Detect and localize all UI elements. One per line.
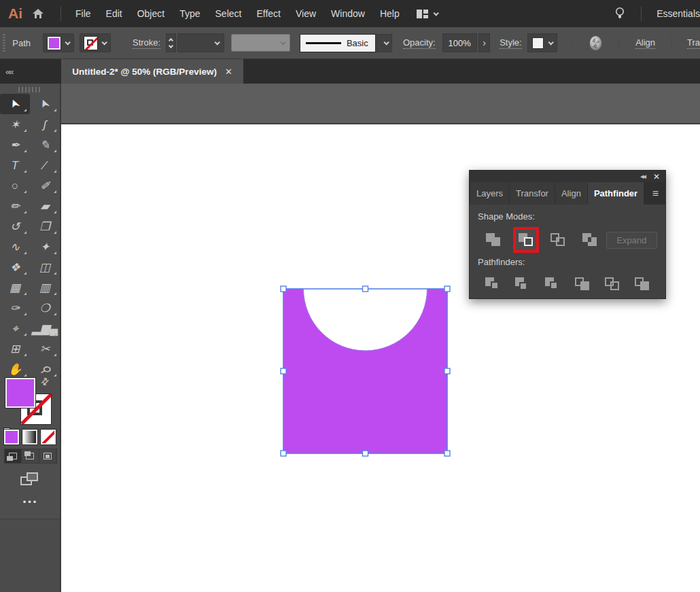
panel-header: ◂◂ ✕ (470, 171, 665, 182)
menu-file[interactable]: File (68, 8, 99, 19)
slot-merge (538, 277, 567, 292)
tool-selection[interactable]: ➤ (0, 94, 30, 114)
stroke-color-button[interactable] (80, 33, 111, 52)
tool-width[interactable]: ∿ (0, 237, 30, 257)
pathfinder-divide-button[interactable] (485, 277, 501, 292)
opacity-more-button[interactable]: › (478, 33, 490, 52)
draw-normal-button[interactable] (5, 449, 22, 463)
tool-blend[interactable]: ❍ (30, 298, 60, 318)
shape-mode-unite-button[interactable] (486, 233, 502, 247)
menu-window[interactable]: Window (323, 8, 372, 19)
stroke-label[interactable]: Stroke: (133, 37, 160, 49)
selected-shape[interactable] (283, 289, 447, 453)
tool-eyedropper[interactable]: ✑ (0, 298, 30, 318)
tool-type[interactable]: T (0, 155, 30, 175)
shape-mode-minus-front-button[interactable] (519, 233, 534, 247)
edit-toolbar-button[interactable]: ••• (0, 497, 61, 507)
color-button[interactable] (4, 430, 19, 445)
workspace-switcher[interactable]: Essentials (648, 8, 700, 19)
tool-direct-selection[interactable]: ➤ (30, 94, 60, 114)
panel-tab-align[interactable]: Align (555, 182, 587, 205)
shape-mode-intersect-button[interactable] (550, 233, 566, 247)
tool-shaper[interactable]: ✏ (0, 196, 30, 216)
tool-eraser[interactable]: ▰ (30, 196, 60, 216)
shape-mode-exclude-button[interactable] (582, 233, 598, 247)
stroke-weight-dropdown[interactable] (177, 33, 224, 52)
arrange-documents-icon[interactable] (417, 10, 428, 18)
gradient-button[interactable] (22, 430, 37, 445)
tool-paintbrush[interactable]: ✐ (30, 175, 60, 196)
fill-proxy[interactable] (5, 378, 35, 408)
tool-magic-wand[interactable]: ✶ (0, 114, 30, 135)
collapse-panel-icon[interactable]: ◂◂ (640, 173, 645, 180)
tool-gradient[interactable]: ▥ (30, 277, 60, 298)
menubar-menus: FileEditObjectTypeSelectEffectViewWindow… (68, 8, 407, 19)
document-tab[interactable]: Untitled-2* @ 50% (RGB/Preview) ✕ (61, 59, 243, 84)
tool-symbol-sprayer[interactable]: ⌖ (0, 318, 30, 338)
slot-minus-front (513, 227, 539, 253)
none-button[interactable] (41, 430, 56, 445)
menu-edit[interactable]: Edit (99, 8, 130, 19)
menu-help[interactable]: Help (372, 8, 407, 19)
opacity-input[interactable]: 100% (442, 33, 477, 52)
toolbar: ➤➤✶ʃ✒✎T∕○✐✏▰↺❐∿✦❖◫▦▥✑❍⌖▂▆▄⊞✂✋⚲ ⇄ ••• (0, 84, 61, 592)
divider (671, 35, 672, 50)
tool-perspective-grid[interactable]: ◫ (30, 257, 60, 277)
tool-lasso[interactable]: ʃ (30, 114, 60, 135)
swap-fill-stroke-icon[interactable]: ⇄ (38, 375, 52, 388)
menu-effect[interactable]: Effect (249, 8, 288, 19)
collapse-toolbar-icon[interactable]: «« (0, 59, 61, 84)
tool-rotate[interactable]: ↺ (0, 216, 30, 237)
panel-menu-icon[interactable]: ≡ (646, 182, 665, 205)
pathfinder-body: Shape Modes: Expand Pathfinders: (470, 205, 665, 296)
style-label[interactable]: Style: (500, 37, 522, 49)
toolbar-grip[interactable] (18, 87, 41, 92)
tool-ellipse[interactable]: ○ (0, 175, 30, 196)
color-mode-row (4, 430, 57, 445)
home-icon[interactable] (32, 8, 44, 19)
tool-line-segment[interactable]: ∕ (30, 155, 60, 175)
pathfinder-minus-back-button[interactable] (635, 277, 650, 292)
tool-puppet-warp[interactable]: ✦ (30, 237, 60, 257)
transform-label[interactable]: Tra (687, 37, 700, 49)
pathfinder-outline-button[interactable] (605, 277, 620, 292)
selection-type-label: Path (12, 38, 31, 48)
fill-color-button[interactable] (43, 33, 74, 52)
tool-curvature[interactable]: ✎ (30, 135, 60, 155)
pathfinder-merge-button[interactable] (545, 277, 561, 292)
panel-tab-pathfinder[interactable]: Pathfinder (588, 182, 644, 205)
align-label[interactable]: Align (635, 37, 655, 49)
brush-definition-dropdown[interactable]: Basic (300, 34, 392, 52)
fill-swatch (48, 37, 60, 50)
tool-artboard[interactable]: ⊞ (0, 338, 30, 359)
lightbulb-icon[interactable] (615, 7, 625, 20)
menu-select[interactable]: Select (208, 8, 249, 19)
stroke-weight-stepper[interactable] (166, 33, 176, 52)
recolor-artwork-icon[interactable] (589, 35, 603, 51)
expand-button[interactable]: Expand (606, 232, 657, 249)
tool-scale[interactable]: ❐ (30, 216, 60, 237)
document-title: Untitled-2* @ 50% (RGB/Preview) (72, 67, 217, 77)
draw-inside-button[interactable] (39, 449, 56, 463)
pathfinder-crop-button[interactable] (575, 277, 591, 292)
close-document-icon[interactable]: ✕ (225, 67, 232, 77)
menu-object[interactable]: Object (130, 8, 172, 19)
chevron-down-icon[interactable] (433, 10, 438, 16)
menu-type[interactable]: Type (172, 8, 207, 19)
tool-pen[interactable]: ✒ (0, 135, 30, 155)
draw-behind-button[interactable] (22, 449, 39, 463)
tool-grid: ➤➤✶ʃ✒✎T∕○✐✏▰↺❐∿✦❖◫▦▥✑❍⌖▂▆▄⊞✂✋⚲ (0, 94, 60, 379)
menu-view[interactable]: View (288, 8, 323, 19)
close-panel-icon[interactable]: ✕ (653, 173, 660, 181)
opacity-label[interactable]: Opacity: (403, 37, 436, 49)
style-dropdown[interactable] (527, 33, 557, 52)
tool-shape-builder[interactable]: ❖ (0, 257, 30, 277)
tool-slice[interactable]: ✂ (30, 338, 60, 359)
panel-tab-transform[interactable]: Transfor (510, 182, 555, 205)
control-bar-grip[interactable] (3, 34, 5, 52)
pathfinder-trim-button[interactable] (515, 277, 531, 292)
tool-column-graph[interactable]: ▂▆▄ (30, 318, 60, 338)
change-screen-mode-icon[interactable] (20, 472, 38, 485)
tool-mesh[interactable]: ▦ (0, 277, 30, 298)
panel-tab-layers[interactable]: Layers (470, 182, 509, 205)
